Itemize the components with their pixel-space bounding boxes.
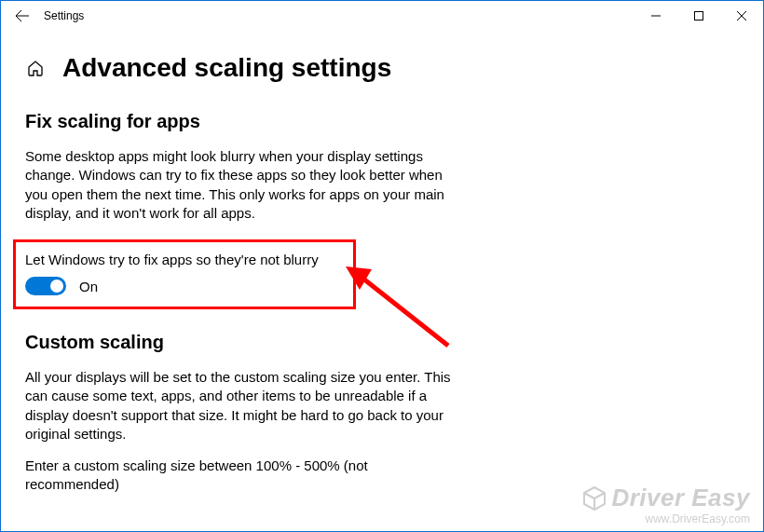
minimize-button[interactable] — [634, 1, 677, 31]
home-icon — [26, 59, 45, 77]
arrow-left-icon — [15, 8, 30, 23]
highlighted-setting: Let Windows try to fix apps so they're n… — [13, 239, 356, 309]
svg-rect-0 — [695, 12, 703, 20]
fix-blurry-toggle[interactable] — [25, 277, 66, 295]
minimize-icon — [651, 11, 661, 20]
toggle-label: Let Windows try to fix apps so they're n… — [25, 252, 344, 267]
toggle-state-text: On — [79, 279, 98, 294]
close-icon — [737, 11, 746, 20]
close-button[interactable] — [720, 1, 763, 31]
watermark: Driver Easy www.DriverEasy.com — [580, 484, 750, 525]
titlebar: Settings — [1, 1, 763, 31]
custom-scaling-input-prompt: Enter a custom scaling size between 100%… — [25, 457, 454, 495]
section-heading-custom-scaling: Custom scaling — [25, 332, 739, 353]
watermark-logo-icon — [580, 485, 608, 512]
watermark-url: www.DriverEasy.com — [580, 512, 750, 525]
app-title: Settings — [44, 9, 84, 22]
section-heading-fix-scaling: Fix scaling for apps — [25, 111, 739, 132]
section-description-fix-scaling: Some desktop apps might look blurry when… — [25, 147, 454, 223]
watermark-brand: Driver Easy — [611, 484, 750, 512]
page-header: Advanced scaling settings — [25, 53, 739, 83]
settings-window: Settings Advanced scaling settings Fix s… — [0, 0, 764, 532]
section-description-custom-scaling: All your displays will be set to the cus… — [25, 368, 454, 443]
content-area: Advanced scaling settings Fix scaling fo… — [1, 53, 763, 495]
toggle-knob — [50, 280, 63, 293]
maximize-button[interactable] — [677, 1, 720, 31]
page-title: Advanced scaling settings — [62, 53, 391, 83]
back-button[interactable] — [7, 8, 38, 23]
home-button[interactable] — [25, 58, 46, 78]
maximize-icon — [694, 11, 703, 20]
